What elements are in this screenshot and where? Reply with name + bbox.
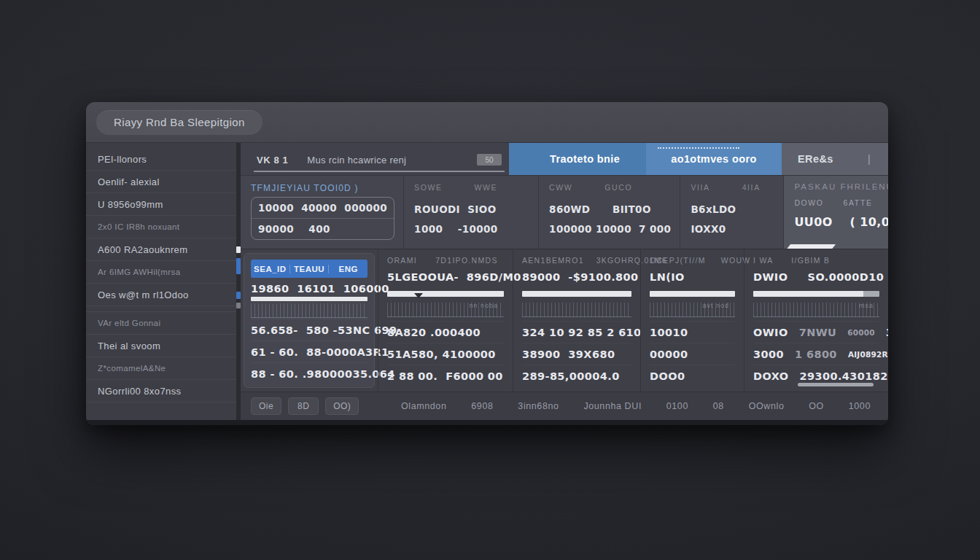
sidebar-item[interactable]: PEl-llonors bbox=[86, 148, 236, 171]
table-row[interactable]: 38900 39X680 bbox=[522, 343, 631, 365]
tab-secondary[interactable]: ao1otmves ooro bbox=[646, 143, 782, 175]
cell-value: 324 10 92 85 2 610 bbox=[522, 327, 642, 338]
cell-value: OWIO bbox=[753, 327, 788, 338]
footer-button[interactable]: Oie bbox=[251, 397, 281, 415]
table-row[interactable]: 00000 bbox=[650, 343, 735, 365]
summary-headers-d: VIIA4IIA bbox=[691, 183, 774, 192]
footer-status-item[interactable]: Olamndon bbox=[395, 397, 452, 415]
cell-value: 38900 39X680 bbox=[522, 349, 615, 360]
ruler-ticks bbox=[522, 303, 631, 317]
sidebar-item[interactable]: A600 RA2aouknrem bbox=[86, 238, 236, 261]
grid-column-a: SEA_IDTEAUUENG19860 16101 10600056.658- … bbox=[244, 253, 375, 388]
cell-value: 10010 bbox=[650, 327, 688, 338]
tick-note: avt nod bbox=[702, 302, 729, 309]
grid-column-head: I WA I/GBIM BDWIO SO.0000D10 bbox=[753, 249, 879, 289]
table-row[interactable]: 2 88 00. F6000 00 bbox=[387, 365, 504, 386]
summary-panel-a: TFMJIEYIAU TOOI0D ) 10000 40000 00000090… bbox=[241, 176, 403, 249]
column-header: AEN1BEMRO1 3KGOHRQ.01M6 bbox=[522, 256, 631, 265]
summary-link[interactable]: TFMJIEYIAU TOOI0D ) bbox=[251, 183, 394, 193]
search-value[interactable]: Mus rcin hcawrice renj bbox=[307, 155, 458, 166]
summary-panel-d: VIIA4IIA B6xLDOIOXX0 bbox=[680, 176, 783, 249]
footer-status-item[interactable]: 3inn68no bbox=[512, 397, 564, 415]
column-rows: 8A820 .00040051A580, 41000002 88 00. F60… bbox=[387, 321, 504, 386]
column-header: I WA I/GBIM B bbox=[753, 256, 879, 265]
table-row[interactable]: 51A580, 4100000 bbox=[387, 343, 504, 365]
table-row[interactable]: 324 10 92 85 2 610 bbox=[522, 321, 631, 343]
sidebar-item[interactable]: NGorrli00 8xo7nss bbox=[86, 380, 236, 402]
footer-button[interactable]: OO) bbox=[325, 397, 359, 415]
selected-header-chip-bar[interactable]: SEA_IDTEAUUENG bbox=[251, 260, 368, 278]
table-row[interactable]: DOO0 bbox=[650, 365, 735, 386]
summary-values-d: B6xLDOIOXX0 bbox=[691, 201, 774, 237]
table-row[interactable]: OWIO7NWU600003D bbox=[753, 321, 879, 343]
cell-value: 00000 bbox=[650, 349, 688, 360]
column-rows: 324 10 92 85 2 61038900 39X680289-85,000… bbox=[522, 321, 631, 386]
cell-value: 2 88 00. F6000 00 bbox=[387, 370, 503, 382]
header-chip[interactable]: TEAUU bbox=[289, 265, 329, 273]
grid-column-head: SEA_IDTEAUUENG19860 16101 106000 bbox=[251, 257, 368, 295]
sidebar-item[interactable]: Z*comamelA&Ne bbox=[86, 357, 236, 380]
summary-headers-b: SOWEWWE bbox=[414, 183, 529, 192]
table-row[interactable]: 30001 6800AIJ0892R bbox=[753, 343, 879, 365]
white-progress-bar bbox=[650, 291, 735, 297]
summary-line: 10000 40000 000000 bbox=[252, 198, 394, 218]
summary-line: IOXX0 bbox=[691, 221, 774, 237]
table-row[interactable]: 61 - 60. 88-0000A3R1 bbox=[251, 341, 368, 362]
sidebar-item[interactable]: Thei al svoom bbox=[86, 335, 236, 357]
summary-line: 1000 -10000 bbox=[414, 221, 529, 237]
cell-value: 7NWU bbox=[799, 327, 837, 338]
summary-header: VIIA bbox=[691, 183, 709, 192]
search-input[interactable]: VK 8 1 Mus rcin hcawrice renj 50 bbox=[254, 149, 505, 172]
tick-band-row bbox=[522, 299, 631, 321]
summary-headers-c: CWWGUCO bbox=[549, 183, 671, 192]
summary-header: DOWO bbox=[794, 198, 823, 207]
footer-status-item[interactable]: OO bbox=[803, 397, 830, 415]
tab-inactive[interactable]: ERe&s | bbox=[782, 143, 888, 175]
column-header: OCEPJ(TI//M WOUW bbox=[650, 256, 735, 265]
window-title: Riayy Rnd Ba Sleepitgion bbox=[114, 116, 245, 128]
result-panel-title: PASKAU FHRILENUX bbox=[794, 182, 888, 191]
table-row[interactable]: 289-85,00004.0 bbox=[522, 365, 631, 386]
grid-column-head: AEN1BEMRO1 3KGOHRQ.01M689000 -$9100.800 bbox=[522, 249, 631, 289]
summary-header: CWW bbox=[549, 183, 572, 192]
header-chip[interactable]: ENG bbox=[328, 265, 368, 273]
sidebar-item[interactable]: 2x0 IC IR8h noxuant bbox=[86, 216, 236, 238]
summary-line: B6xLDO bbox=[691, 201, 774, 217]
footer-status-item[interactable]: OOwnlo bbox=[743, 397, 790, 415]
controls-row: VK 8 1 Mus rcin hcawrice renj 50 Traotet… bbox=[241, 143, 888, 175]
cell-value: 1 6800 bbox=[795, 349, 837, 360]
grid-columns: SEA_IDTEAUUENG19860 16101 10600056.658- … bbox=[241, 249, 888, 392]
summary-headers-e: DOWO6ATTE6M D bbox=[794, 198, 888, 207]
tab-divider: | bbox=[868, 153, 871, 165]
header-chip[interactable]: SEA_ID bbox=[251, 265, 289, 273]
sidebar-item[interactable]: Oenlif- alexial bbox=[86, 171, 236, 193]
sidebar-item[interactable]: Oes w@t m rl1Odoo bbox=[86, 284, 236, 306]
footer-status-item[interactable]: Jounnha DUI bbox=[578, 397, 648, 415]
sidebar-item[interactable]: U 8956o99mm bbox=[86, 193, 236, 216]
table-row[interactable]: 56.658- 580 -53NC 699 bbox=[251, 319, 368, 341]
cell-value: 3D bbox=[886, 327, 888, 338]
summary-band: TFMJIEYIAU TOOI0D ) 10000 40000 00000090… bbox=[241, 175, 888, 249]
grid-column-head: OCEPJ(TI//M WOUWLN(IO bbox=[650, 249, 735, 289]
sidebar-item[interactable]: VAr eltd Gonnai bbox=[86, 311, 236, 335]
tick-note: msa bbox=[859, 302, 874, 309]
table-row[interactable]: 88 - 60. .98000035.064 bbox=[251, 362, 368, 384]
column-rows: 1001000000DOO0 bbox=[650, 321, 735, 386]
footer-status-item[interactable]: 0100 bbox=[661, 397, 694, 415]
table-row[interactable]: 8A820 .000400 bbox=[387, 321, 504, 343]
sidebar: PEl-llonorsOenlif- alexialU 8956o99mm2x0… bbox=[86, 143, 236, 420]
table-row[interactable]: 10010 bbox=[650, 321, 735, 343]
footer-status-item[interactable]: 08 bbox=[707, 397, 730, 415]
horizontal-scrollbar[interactable] bbox=[798, 383, 874, 386]
search-zone: VK 8 1 Mus rcin hcawrice renj 50 bbox=[241, 143, 509, 175]
summary-line: UU0O ( 10,00,000 bbox=[794, 214, 888, 230]
cell-value: AIJ0892R bbox=[848, 350, 888, 359]
footer-status-item[interactable]: 6908 bbox=[465, 397, 499, 415]
cell-value: DOO0 bbox=[650, 370, 685, 382]
footer-button[interactable]: 8D bbox=[288, 397, 319, 415]
tab-primary[interactable]: Traoteto bnie bbox=[509, 143, 646, 175]
sidebar-item[interactable]: Ar 6IMG AWHil(mrsa bbox=[86, 261, 236, 284]
summary-header: WWE bbox=[475, 183, 498, 192]
summary-values-b: ROUODI SIOO1000 -10000 bbox=[414, 201, 529, 237]
footer-status-item[interactable]: 1000 bbox=[843, 397, 876, 415]
